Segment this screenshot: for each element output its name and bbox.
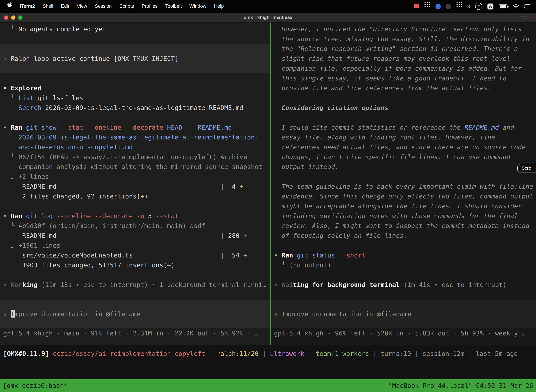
text-run bbox=[3, 104, 19, 111]
terminal-line: changes, I can't cite specific file line… bbox=[271, 152, 536, 162]
text-run: and-the-erosion-of-copyleft.md bbox=[19, 143, 133, 151]
menu-scripts[interactable]: Scripts bbox=[115, 0, 138, 13]
close-button[interactable] bbox=[4, 15, 9, 20]
minimize-button[interactable] bbox=[11, 15, 15, 20]
right-pane[interactable]: However, I noticed the "Directory Struct… bbox=[271, 23, 536, 345]
text-run: › bbox=[274, 310, 282, 317]
text-run: git log bbox=[26, 212, 53, 219]
terminal-line bbox=[0, 73, 270, 83]
text-run: 2026-03-09-is-legal-the-same-as-legitima… bbox=[41, 104, 243, 111]
terminal-line: including verification notes with those … bbox=[271, 211, 536, 221]
menu-profiles[interactable]: Profiles bbox=[138, 0, 161, 13]
terminal-line: └ List git ls-files bbox=[0, 93, 270, 103]
text-run: └ bbox=[3, 25, 19, 33]
text-run: slight risk that future readers may over… bbox=[274, 55, 510, 62]
omx-status-segment: | bbox=[304, 350, 316, 357]
keystroke-icon[interactable]: 8 bbox=[467, 4, 470, 9]
omx-status-segment: last:5m ago bbox=[476, 350, 518, 357]
screen-recording-indicator-icon[interactable] bbox=[414, 4, 419, 9]
menu-edit[interactable]: Edit bbox=[57, 0, 73, 13]
text-run: provide file and line references from th… bbox=[274, 84, 491, 92]
zoom-button[interactable] bbox=[18, 15, 23, 20]
dark-app-icon[interactable] bbox=[446, 4, 451, 9]
window-title: omx --xhigh --madmax bbox=[0, 15, 536, 20]
text-run: Wai bbox=[282, 281, 293, 288]
honeycomb-icon[interactable] bbox=[425, 4, 430, 9]
text-run: 2 files changed, 92 insertions(+) bbox=[3, 192, 148, 200]
text-run: -n bbox=[137, 212, 144, 219]
menu-window[interactable]: Window bbox=[186, 0, 210, 13]
omx-status-segment bbox=[49, 350, 53, 357]
text-run: mprove documentation in @filename bbox=[14, 310, 140, 317]
left-pane[interactable]: └ No agents completed yet › Ralph loop a… bbox=[0, 23, 270, 345]
model-status-line: gpt-5.4 xhigh · main · 91% left · 2.31M … bbox=[0, 328, 270, 338]
text-run: 2026-03-09-is-legal-the-same-as-legitima… bbox=[19, 134, 258, 141]
battery-icon[interactable] bbox=[499, 4, 507, 9]
text-run bbox=[182, 124, 186, 131]
terminal-line: README.md | 4 + bbox=[0, 182, 270, 191]
terminal-line bbox=[0, 34, 270, 44]
prompt-input[interactable]: › Improve documentation in @filename bbox=[271, 300, 536, 328]
text-run: Considering citation options bbox=[282, 104, 388, 111]
omx-status-area: [OMX#0.11.9] cczip/essay/ai-reimplementa… bbox=[0, 345, 536, 379]
menu-toolbelt[interactable]: Toolbelt bbox=[161, 0, 186, 13]
prompt-input[interactable]: › Improve documentation in @filename bbox=[0, 300, 270, 328]
text-run bbox=[22, 212, 26, 219]
text-run: • bbox=[274, 252, 282, 259]
text-run: However, I noticed the "Directory Struct… bbox=[274, 25, 522, 33]
text-run: 280 bbox=[224, 232, 243, 239]
blue-app-icon[interactable] bbox=[436, 4, 441, 9]
text-run: 1903 files changed, 513517 insertions(+) bbox=[3, 261, 175, 269]
text-run: | bbox=[220, 252, 224, 259]
menu-view[interactable]: View bbox=[73, 0, 91, 13]
app-menu-iterm2[interactable]: iTerm2 bbox=[16, 0, 39, 13]
text-run: 4b9d30f (origin/main, instructkr/main, m… bbox=[19, 222, 205, 229]
text-run: └ bbox=[3, 94, 19, 102]
terminal-line: └ 4b9d30f (origin/main, instructkr/main,… bbox=[0, 221, 270, 231]
text-run: review. Also, I might want to inspect th… bbox=[274, 222, 529, 229]
text-run: └ bbox=[3, 153, 19, 160]
screen-button[interactable]: Scre bbox=[517, 164, 536, 173]
wifi-icon[interactable] bbox=[513, 4, 519, 9]
tmux-status-bar: [omx-cczip0:bash* "MacBook-Pro-44.local"… bbox=[0, 379, 536, 392]
title-bar[interactable]: omx --xhigh --madmax ⌥⌘1 bbox=[0, 13, 536, 23]
battery-percent-icon[interactable]: .61 bbox=[475, 3, 482, 10]
apple-menu[interactable] bbox=[4, 0, 16, 13]
text-run: 5 bbox=[144, 212, 156, 219]
text-run: HEAD bbox=[167, 124, 182, 131]
omx-status-segment: turns:10 bbox=[381, 350, 411, 357]
terminal-line: └ (no output) bbox=[271, 260, 536, 270]
terminal-line: companion analysis without altering the … bbox=[0, 162, 270, 172]
text-run: └ bbox=[3, 222, 19, 229]
text-run: including verification notes with those … bbox=[274, 212, 518, 219]
terminal-line: essay file, along with finding root file… bbox=[271, 132, 536, 142]
menu-session[interactable]: Session bbox=[91, 0, 115, 13]
terminal-line bbox=[0, 201, 270, 211]
text-run: --short bbox=[339, 252, 366, 259]
working-status-line: • Working (11m 13s • esc to interrupt) ·… bbox=[0, 280, 270, 290]
text-run: ting for background terminal bbox=[293, 281, 400, 288]
input-source-icon[interactable]: A bbox=[488, 3, 493, 9]
control-center-icon[interactable] bbox=[524, 4, 530, 9]
text-run: changes, I can't cite specific file line… bbox=[274, 153, 510, 160]
text-run: › bbox=[3, 310, 11, 317]
dot-grid-icon[interactable] bbox=[456, 4, 462, 9]
text-run: README.md bbox=[3, 232, 220, 239]
terminal-line bbox=[0, 290, 270, 300]
text-run: README.md bbox=[198, 124, 232, 131]
terminal-line bbox=[271, 93, 536, 103]
text-run: --stat --oneline --decorate bbox=[60, 124, 163, 131]
terminal-line: README.md | 280 + bbox=[0, 231, 270, 241]
waiting-status-line: • Waiting for background terminal (1m 41… bbox=[271, 280, 536, 290]
model-status-line: gpt-5.4 xhigh · 96% left · 520K in · 5.8… bbox=[271, 328, 536, 338]
menu-help[interactable]: Help bbox=[210, 0, 228, 13]
text-run: companion file, especially if more comme… bbox=[274, 65, 522, 72]
apple-icon bbox=[7, 2, 12, 8]
text-run: git status bbox=[297, 252, 335, 259]
terminal-line: might be acceptable alongside the file l… bbox=[271, 201, 536, 211]
text-run: • bbox=[274, 281, 282, 288]
menu-shell[interactable]: Shell bbox=[39, 0, 57, 13]
tmux-session-window[interactable]: [omx-cczip0:bash* bbox=[3, 379, 67, 392]
terminal-line: and-the-erosion-of-copyleft.md bbox=[0, 142, 270, 152]
text-run: Explored bbox=[11, 84, 41, 92]
